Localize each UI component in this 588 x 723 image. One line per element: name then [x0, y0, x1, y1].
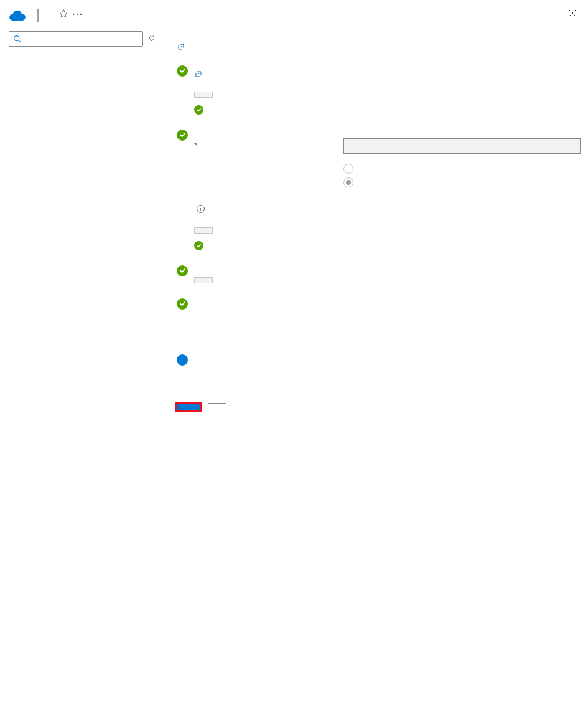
validate-button	[194, 92, 213, 98]
tier-premium-radio	[343, 177, 581, 187]
success-icon	[194, 241, 203, 250]
name-input	[343, 138, 581, 154]
step-2-status	[194, 240, 581, 250]
tier-standard-radio	[343, 164, 581, 174]
step-1	[177, 64, 581, 115]
pin-icon[interactable]	[58, 6, 68, 22]
step-5	[177, 353, 581, 372]
success-icon	[194, 105, 203, 115]
close-icon[interactable]	[566, 6, 579, 22]
step-4-check-icon	[177, 298, 188, 310]
blade-title: | ···	[31, 6, 566, 22]
step-1-learn-more-link[interactable]	[194, 67, 202, 77]
step-3-check-icon	[177, 265, 188, 276]
migrate-button[interactable]	[177, 403, 200, 410]
frontdoor-resource-icon	[9, 7, 26, 25]
footer-actions	[177, 403, 581, 410]
step-3	[177, 264, 581, 283]
prepare-button	[194, 227, 213, 234]
step-1-check-icon	[177, 65, 188, 77]
abort-migration-button[interactable]	[208, 403, 226, 410]
blade-header: | ···	[0, 0, 588, 29]
more-icon[interactable]: ···	[72, 9, 83, 19]
tier-label	[194, 164, 343, 166]
step-2-check-icon	[177, 130, 188, 141]
info-icon[interactable]: i	[197, 205, 205, 213]
step-5-number-icon	[177, 354, 188, 366]
learn-more-link[interactable]	[177, 39, 184, 49]
name-label: *	[194, 138, 343, 150]
step-1-desc	[194, 67, 581, 78]
step-2: *	[177, 128, 581, 250]
collapse-sidebar-icon[interactable]	[148, 34, 156, 44]
step-4	[177, 297, 581, 310]
sidebar-search[interactable]	[9, 31, 143, 47]
page-intro	[177, 39, 581, 50]
step-1-status	[194, 104, 581, 115]
main-content: *	[161, 29, 588, 429]
sidebar	[0, 29, 161, 429]
sidebar-search-input[interactable]	[25, 34, 139, 44]
radio-icon	[343, 164, 353, 174]
svg-point-0	[14, 36, 19, 41]
radio-icon-selected	[343, 177, 353, 187]
waf-label: i	[194, 201, 343, 213]
enable-button	[194, 277, 213, 283]
